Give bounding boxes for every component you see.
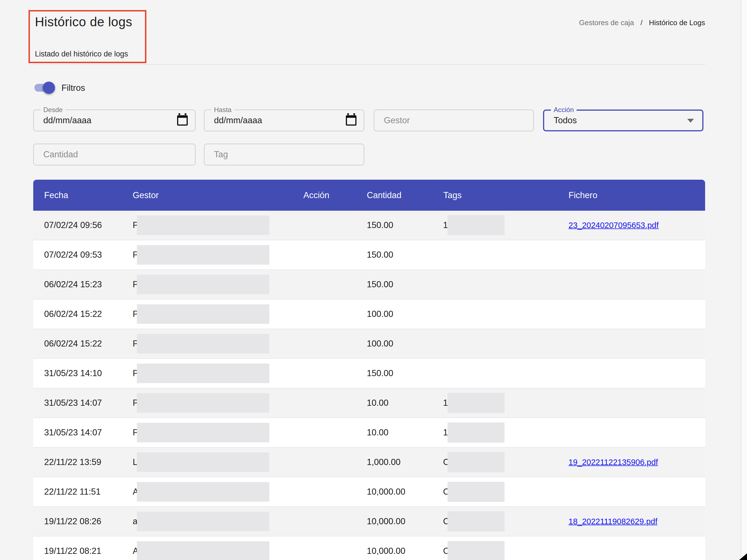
accion-select[interactable]: Acción Todos — [543, 109, 703, 131]
cell-cantidad: 10,000.00 — [367, 546, 405, 556]
table-row: 07/02/24 09:53 P 150.00 — [33, 240, 705, 270]
breadcrumb-separator: / — [641, 19, 643, 27]
table-header: Fecha Gestor Acción Cantidad Tags Ficher… — [33, 180, 705, 211]
column-header-cantidad: Cantidad — [367, 190, 402, 200]
redacted-tag-box — [447, 215, 505, 235]
table-row: 19/11/22 08:21 A 10,000.00 C — [33, 537, 705, 560]
table-row: 31/05/23 14:07 P 10.00 10 — [33, 418, 705, 448]
table-row: 06/02/24 15:22 P 100.00 — [33, 329, 705, 359]
table-row: 22/11/22 11:51 A 10,000.00 C — [33, 477, 705, 507]
cell-fecha: 19/11/22 08:26 — [44, 516, 101, 527]
breadcrumb: Gestores de caja / Histórico de Logs — [579, 19, 705, 27]
redacted-tag-box — [447, 511, 505, 532]
cell-cantidad: 10,000.00 — [367, 516, 405, 527]
redacted-gestor-box — [137, 363, 269, 383]
redacted-gestor-box — [137, 304, 269, 324]
desde-value: dd/mm/aaaa — [43, 116, 92, 125]
breadcrumb-current: Histórico de Logs — [649, 19, 705, 27]
cell-fecha: 07/02/24 09:53 — [44, 250, 102, 260]
redacted-gestor-box — [137, 393, 269, 413]
redacted-gestor-box — [137, 482, 269, 502]
cell-fecha: 22/11/22 13:59 — [44, 457, 101, 467]
cell-fecha: 31/05/23 14:10 — [44, 368, 102, 378]
cell-fecha: 06/02/24 15:22 — [44, 339, 102, 349]
desde-label: Desde — [41, 106, 66, 114]
cell-fecha: 06/02/24 15:23 — [44, 279, 102, 289]
redacted-tag-box — [447, 541, 505, 560]
redacted-gestor-box — [137, 275, 269, 294]
table-row: 31/05/23 14:10 P 150.00 — [33, 359, 705, 388]
redacted-gestor-box — [137, 541, 269, 560]
calendar-icon[interactable] — [346, 116, 357, 126]
accion-selected-value: Todos — [554, 116, 577, 125]
redacted-gestor-box — [137, 452, 269, 472]
cell-fecha: 07/02/24 09:56 — [44, 220, 102, 230]
cantidad-placeholder: Cantidad — [43, 150, 78, 159]
filters-toggle-label: Filtros — [61, 83, 85, 93]
logs-table: Fecha Gestor Acción Cantidad Tags Ficher… — [33, 180, 705, 560]
cell-fecha: 31/05/23 14:07 — [44, 398, 102, 408]
redacted-gestor-box — [137, 423, 269, 442]
page-subtitle: Listado del histórico de logs — [35, 50, 128, 58]
cell-cantidad: 10.00 — [367, 428, 389, 438]
column-header-accion: Acción — [303, 190, 329, 200]
redacted-gestor-box — [137, 245, 269, 264]
cell-fecha: 31/05/23 14:07 — [44, 428, 102, 438]
hasta-label: Hasta — [211, 106, 234, 114]
table-body: 07/02/24 09:56 P 150.00 10 23_2024020709… — [33, 211, 705, 560]
gestor-placeholder: Gestor — [384, 116, 410, 125]
accion-label: Acción — [551, 106, 576, 114]
calendar-icon[interactable] — [177, 116, 188, 126]
breadcrumb-parent[interactable]: Gestores de caja — [579, 19, 634, 27]
desde-date-field[interactable]: Desde dd/mm/aaaa — [33, 109, 196, 131]
cell-fecha: 06/02/24 15:22 — [44, 309, 102, 319]
page-title: Histórico de logs — [35, 14, 132, 29]
cell-cantidad: 100.00 — [367, 339, 393, 349]
toggle-thumb-icon — [43, 82, 55, 94]
column-header-fecha: Fecha — [44, 190, 68, 200]
gestor-input[interactable]: Gestor — [374, 109, 534, 131]
table-row: 06/02/24 15:22 P 100.00 — [33, 300, 705, 329]
redacted-tag-box — [447, 423, 505, 443]
fichero-pdf-link[interactable]: 19_20221122135906.pdf — [568, 458, 658, 467]
redacted-tag-box — [447, 393, 505, 413]
table-row: 07/02/24 09:56 P 150.00 10 23_2024020709… — [33, 211, 705, 240]
tag-placeholder: Tag — [214, 150, 228, 159]
table-row: 31/05/23 14:07 P 10.00 10 — [33, 388, 705, 418]
redacted-tag-box — [447, 482, 505, 502]
column-header-fichero: Fichero — [568, 190, 597, 200]
annotation-highlight-box: Histórico de logs Listado del histórico … — [28, 10, 146, 63]
redacted-tag-box — [447, 452, 505, 472]
table-row: 19/11/22 08:26 ac 10,000.00 C 18_2022111… — [33, 507, 705, 537]
cell-fecha: 22/11/22 11:51 — [44, 487, 101, 497]
cell-cantidad: 1,000.00 — [367, 457, 401, 467]
hasta-date-field[interactable]: Hasta dd/mm/aaaa — [204, 109, 364, 131]
cell-cantidad: 150.00 — [367, 368, 393, 378]
table-row: 22/11/22 13:59 L 1,000.00 C 19_202211221… — [33, 448, 705, 477]
filters-toggle[interactable] — [34, 84, 53, 92]
redacted-gestor-box — [137, 512, 269, 531]
cell-cantidad: 150.00 — [367, 220, 393, 230]
cell-fecha: 19/11/22 08:21 — [44, 546, 101, 556]
hasta-value: dd/mm/aaaa — [214, 116, 262, 125]
vertical-scrollbar[interactable] — [741, 0, 747, 560]
fichero-pdf-link[interactable]: 23_20240207095653.pdf — [568, 221, 659, 230]
cantidad-input[interactable]: Cantidad — [33, 144, 196, 166]
redacted-gestor-box — [137, 334, 269, 354]
tag-input[interactable]: Tag — [204, 144, 364, 166]
redacted-gestor-box — [137, 215, 269, 235]
chevron-down-icon — [687, 119, 694, 123]
header-divider — [30, 64, 705, 65]
cell-cantidad: 10.00 — [367, 398, 389, 408]
cell-cantidad: 10,000.00 — [367, 487, 405, 497]
table-row: 06/02/24 15:23 P 150.00 — [33, 270, 705, 300]
cell-cantidad: 150.00 — [367, 279, 393, 289]
column-header-tags: Tags — [443, 190, 462, 200]
fichero-pdf-link[interactable]: 18_20221119082629.pdf — [568, 517, 657, 526]
column-header-gestor: Gestor — [133, 190, 159, 200]
cell-cantidad: 150.00 — [367, 250, 393, 260]
cell-cantidad: 100.00 — [367, 309, 393, 319]
